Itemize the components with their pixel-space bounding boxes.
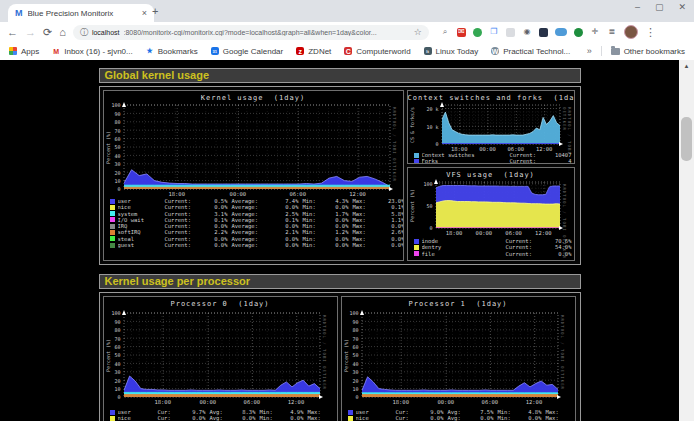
page-info-icon[interactable]: ⓘ [80,27,88,38]
legend-swatch [348,410,353,415]
legend-value: Min:0.0% [498,415,542,421]
legend-value-label: Current: [506,251,533,257]
bookmark-computerworld[interactable]: CComputerworld [344,47,410,56]
scrollbar-thumb[interactable] [681,117,692,161]
legend-value-label: Avg: [210,415,223,421]
graph-vfs-usage[interactable]: VFS usage (1day)Percent (%)RRDTOOL / TOB… [407,167,575,261]
bookmark-linuxtoday[interactable]: ltLinux Today [424,47,479,56]
legend-value-number: 0.0% [480,415,493,421]
minimize-button[interactable]: – [635,2,640,12]
tab-strip: M Blue Precision Monitorix × + – ▢ ✕ [0,0,694,22]
tab-list-icon[interactable]: ≣ [607,27,617,37]
apps-grid [9,47,17,55]
tab-title: Blue Precision Monitorix [28,9,137,18]
folder-icon [611,48,620,55]
dark-square-extension-icon[interactable] [539,28,548,37]
legend-swatch [110,236,115,241]
legend-value-number: 0.0% [558,251,571,257]
green-circle-extension-icon[interactable] [574,28,583,37]
profile-avatar[interactable] [624,25,638,39]
legend-value: Cur:0.0% [396,415,444,421]
bookmark-wordpress[interactable]: WPractical Technol... [491,47,570,56]
legend-value: Current:4 [510,158,572,164]
legend-swatch [110,224,115,229]
legend-row-forks: ForksCurrent:4 [414,158,572,164]
bookmarks-overflow-chevron[interactable]: » [587,46,592,56]
legend-value-label: Cur: [396,415,409,421]
graph-kernel-usage[interactable]: Kernel usage (1day)Percent (%)RRDTOOL / … [103,90,404,261]
new-tab-button[interactable]: + [152,5,158,17]
menu-icon[interactable]: ⋮ [645,22,656,42]
scrollbar-up-arrow[interactable]: ▲ [679,60,694,72]
zdnet-icon: z [296,47,304,55]
legend-value-number: 0.0% [528,415,541,421]
puzzle-extensions-icon[interactable]: ✛ [590,27,600,37]
legend-value-number: 0.0% [192,415,205,421]
legend-swatch [414,245,419,250]
bookmarks-bar: AppsMInbox (16) - sjvn0...★Bookmarks31Go… [0,42,694,60]
globe-extension-icon[interactable] [473,28,482,37]
legend-swatch [414,239,419,244]
maximize-button[interactable]: ▢ [655,2,664,12]
legend-value-label: Min: [498,415,511,421]
bookmark-apps-grid[interactable]: Apps [9,47,39,56]
legend-swatch [348,416,353,421]
legend-value-number: 0.0% [430,415,443,421]
bookmark-label: ZDNet [308,47,331,56]
scrollbar[interactable]: ▲ [679,60,694,421]
bookmark-gmail[interactable]: MInbox (16) - sjvn0... [52,47,132,56]
legend-value: Min:0.0% [303,242,349,248]
home-icon[interactable]: ⌂ [59,22,66,42]
url-host: localhost [92,29,120,36]
bookmark-zdnet[interactable]: zZDNet [296,47,331,56]
extension-icons: ⌕✉❐◉✛≣ [440,27,617,37]
reload-icon[interactable]: ⟳ [43,22,52,42]
mail-extension-icon[interactable]: ✉ [457,28,466,37]
legend-swatch [110,243,115,248]
bookmark-star[interactable]: ★Bookmarks [146,47,198,56]
legend-swatch [414,153,419,158]
legend-value-label: Max: [353,242,366,248]
legend-value-label: Current: [510,158,537,164]
legend-series-name: guest [118,242,165,248]
close-button[interactable]: ✕ [678,2,686,12]
legend-value-number: 0.0% [285,242,298,248]
eye-extension-icon[interactable]: ◉ [522,27,532,37]
section-kernel-usage-per-processor: Kernel usage per processor Processor 0 (… [99,274,581,421]
legend-value: Avg:0.0% [210,415,256,421]
legend-value: Avg:0.0% [448,415,494,421]
legend-value: Current:0.0% [506,251,572,257]
bookmark-calendar[interactable]: 31Google Calendar [211,47,283,56]
legend-value: Cur:0.0% [158,415,206,421]
graph-context-switches[interactable]: Context switches and forks (1day)CS & fo… [407,90,575,164]
bookmark-label: Google Calendar [223,47,283,56]
search-extension-icon[interactable]: ⌕ [440,27,450,37]
bookmark-label: Linux Today [436,47,479,56]
legend-value: Max:0.0% [353,242,404,248]
graph-processor0[interactable]: Processor 0 (1day)Percent (%)RRDTOOL / T… [103,296,338,421]
legend-swatch [414,251,419,256]
calendar-icon: 31 [211,47,219,55]
pages-extension-icon[interactable]: ❐ [489,27,499,37]
browser-tab[interactable]: M Blue Precision Monitorix × [8,4,154,22]
legend-value-number: 0.0% [214,242,227,248]
section-title-kernel-usage-per-processor: Kernel usage per processor [99,274,581,289]
address-bar[interactable]: ⓘ localhost:8080/monitorix-cgi/monitorix… [73,25,429,40]
tab-close-icon[interactable]: × [142,8,147,18]
other-bookmarks-button[interactable]: Other bookmarks [611,47,685,56]
legend-value: Min:0.0% [260,415,304,421]
legend-value-label: Max: [546,415,559,421]
legend-row-nice: niceCur:0.0%Avg:0.0%Min:0.0%Max:0.1% [348,415,573,421]
graph-legend: userCur:9.0%Avg:7.5%Min:4.8%Max:22.1%nic… [348,409,573,421]
bookmark-label: Apps [21,47,39,56]
graph-processor1[interactable]: Processor 1 (1day)Percent (%)RRDTOOL / T… [341,296,576,421]
blue-oval-extension-icon[interactable] [555,28,567,36]
legend-row-guest: guestCurrent:0.0%Average:0.0%Min:0.0%Max… [110,242,401,248]
star-icon: ★ [146,47,154,55]
bookmark-star-icon[interactable]: ☆ [414,27,422,37]
grey-square-extension-icon[interactable] [506,28,515,37]
legend-value-label: Current: [165,242,192,248]
forward-icon[interactable]: → [25,22,36,42]
legend-value-number: 0.0% [391,242,403,248]
back-icon[interactable]: ← [7,22,18,42]
